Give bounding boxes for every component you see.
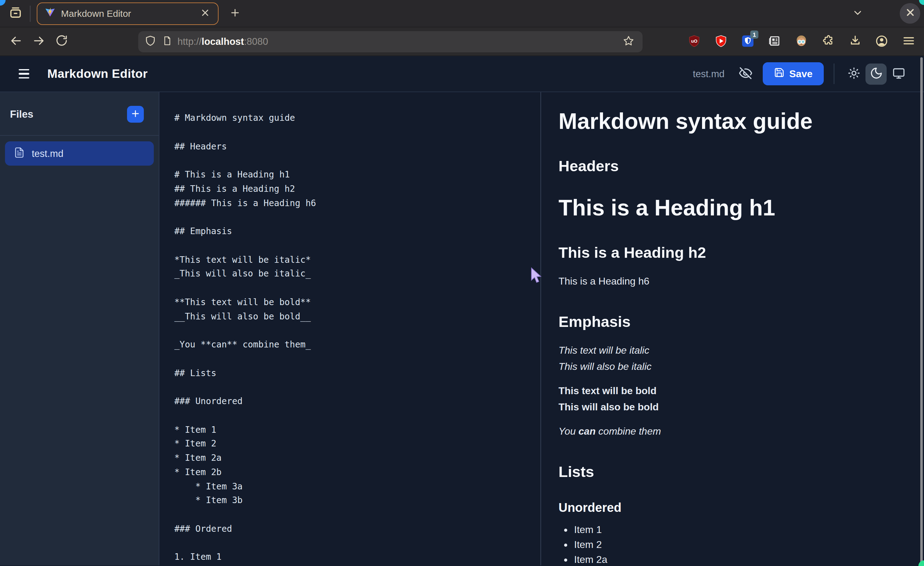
tab-close-button[interactable]: [198, 6, 212, 20]
account-icon: [875, 34, 888, 50]
url-protocol: http://: [177, 36, 202, 47]
app-header: Markdown Editor test.md: [0, 56, 924, 92]
preview-h2: Headers: [558, 154, 907, 179]
header-divider: [834, 63, 834, 84]
plus-icon: [131, 109, 140, 120]
reload-button[interactable]: [52, 32, 72, 51]
chevron-down-icon: [852, 8, 862, 20]
sun-icon: [847, 66, 860, 81]
preview-h1: This is a Heading h1: [558, 195, 907, 221]
vite-favicon-icon: [45, 7, 56, 20]
file-item[interactable]: test.md: [5, 141, 154, 166]
files-header-row: Files: [0, 92, 159, 135]
preview-list-item: Item 2a: [574, 552, 907, 565]
bitwarden-extension-button[interactable]: 1: [741, 35, 754, 48]
app-content: Files: [0, 92, 924, 565]
page-scrollbar[interactable]: [920, 57, 922, 565]
preview-h2: This is a Heading h2: [558, 240, 907, 265]
newspaper-extension-button[interactable]: [768, 35, 782, 48]
face-with-glasses-icon: [795, 34, 808, 50]
preview-h2: Emphasis: [558, 309, 907, 334]
editor-textarea[interactable]: # Markdown syntax guide ## Headers # Thi…: [159, 92, 540, 565]
file-sidebar: Files: [0, 92, 159, 565]
bitwarden-badge: 1: [750, 30, 758, 39]
monitor-icon: [892, 66, 905, 81]
ublock-extension-button[interactable]: uO: [687, 35, 701, 48]
tabbar-separator: [30, 5, 30, 21]
back-button[interactable]: [6, 32, 26, 51]
file-list: test.md: [0, 136, 159, 171]
mouse-cursor: [531, 267, 542, 287]
browser-menu-button[interactable]: [902, 35, 915, 48]
page-title: Markdown Editor: [47, 67, 148, 81]
svg-text:uO: uO: [691, 38, 698, 43]
preview-h2: Lists: [558, 459, 907, 484]
hamburger-menu-icon: [18, 69, 29, 78]
theme-light-button[interactable]: [843, 63, 864, 84]
preview-text-run: This text will be italic: [558, 345, 650, 356]
moon-icon: [870, 66, 883, 81]
tab-title: Markdown Editor: [61, 8, 198, 19]
browser-toolbar: http://localhost:8080 uO: [0, 27, 924, 56]
preview-p: This text will be boldThis will also be …: [558, 383, 907, 415]
file-item-label: test.md: [32, 148, 63, 159]
account-button[interactable]: [875, 35, 888, 48]
theme-system-button[interactable]: [888, 63, 909, 84]
shield-icon: [144, 35, 156, 49]
ublock-shield-icon: uO: [687, 34, 701, 50]
close-icon: [201, 8, 209, 18]
preview-text-run: This will also be italic: [558, 361, 652, 371]
preview-list-item: Item 1: [574, 522, 907, 537]
tab-list-chevron-button[interactable]: [848, 5, 867, 23]
screen: Markdown Editor: [0, 0, 924, 566]
plus-icon: [230, 7, 240, 20]
preview-text-run: This will also be bold: [558, 401, 659, 412]
url-port: :8080: [244, 36, 268, 47]
preview-p: This text will be italicThis will also b…: [558, 342, 907, 374]
toggle-preview-button[interactable]: [735, 63, 756, 84]
download-icon: [848, 34, 861, 49]
preview-pane: Markdown syntax guideHeadersThis is a He…: [540, 92, 924, 565]
preview-text-run: combine them: [596, 426, 661, 437]
new-tab-button[interactable]: [225, 3, 245, 23]
preview-h6: This is a Heading h6: [558, 273, 907, 289]
save-button[interactable]: Save: [762, 62, 824, 85]
preview-ul: Item 1Item 2Item 2aItem 2bItem 3a: [558, 522, 907, 565]
add-file-button[interactable]: [127, 106, 144, 123]
sidebar-tabs-button[interactable]: [5, 3, 26, 24]
preview-list-item: Item 2: [574, 537, 907, 552]
extensions-menu-button[interactable]: [821, 35, 835, 48]
address-bar[interactable]: http://localhost:8080: [138, 31, 643, 52]
window-corner-accent-top-left: [0, 0, 6, 6]
theme-dark-button[interactable]: [866, 63, 886, 84]
bookmark-star-button[interactable]: [620, 34, 636, 50]
save-floppy-icon: [774, 67, 784, 80]
red-play-shield-icon: [714, 34, 728, 50]
editor-pane: # Markdown syntax guide ## Headers # Thi…: [159, 92, 540, 565]
sponsorblock-extension-button[interactable]: [714, 35, 728, 48]
archive-box-icon: [8, 5, 23, 22]
preview-text-run: This text will be bold: [558, 386, 657, 396]
eye-off-icon: [738, 66, 753, 82]
app-menu-button[interactable]: [16, 63, 31, 84]
browser-tab[interactable]: Markdown Editor: [37, 2, 219, 25]
avatar-extension-button[interactable]: [795, 35, 808, 48]
close-icon: [906, 8, 914, 19]
forward-button[interactable]: [28, 32, 49, 51]
preview-h1: Markdown syntax guide: [558, 108, 907, 134]
window-close-button[interactable]: [900, 3, 920, 24]
puzzle-piece-icon: [822, 34, 835, 49]
files-heading: Files: [10, 108, 33, 120]
reload-icon: [56, 34, 68, 48]
preview-p: You can combine them: [558, 424, 907, 440]
browser-tab-bar: Markdown Editor: [0, 0, 924, 27]
page-icon: [162, 35, 172, 48]
markdown-editor-app: Markdown Editor test.md: [0, 56, 924, 566]
preview-h3: Unordered: [558, 497, 907, 518]
window-corner-accent-top-right: [919, 0, 924, 5]
save-label: Save: [789, 68, 813, 80]
arrow-right-icon: [32, 34, 45, 49]
downloads-button[interactable]: [848, 35, 862, 48]
url-text: http://localhost:8080: [177, 36, 620, 47]
arrow-left-icon: [9, 34, 22, 49]
